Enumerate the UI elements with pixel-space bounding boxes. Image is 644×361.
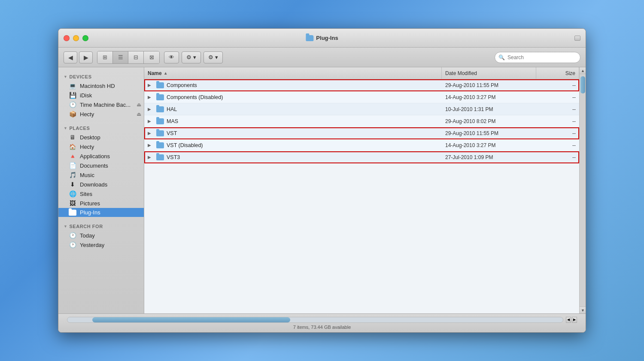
maximize-button[interactable] [82, 35, 88, 41]
expand-arrow-hal[interactable]: ▶ [148, 107, 154, 111]
expand-arrow-vst-disabled[interactable]: ▶ [148, 143, 154, 147]
expand-arrow-vst[interactable]: ▶ [148, 131, 154, 135]
date-column-header[interactable]: Date Modified [442, 67, 536, 79]
home-icon: 🏠 [69, 143, 76, 150]
places-chevron: ▼ [64, 126, 67, 130]
sidebar-item-pictures[interactable]: 🖼 Pictures [58, 199, 144, 208]
name-column-header[interactable]: Name ▲ [144, 67, 442, 79]
share-dropdown-arrow: ▾ [215, 54, 218, 60]
sidebar-item-yesterday[interactable]: 🕐 Yesterday [58, 240, 144, 250]
window-resize-button[interactable] [574, 36, 580, 41]
places-header: ▼ PLACES [58, 122, 144, 132]
music-icon: 🎵 [69, 171, 76, 178]
sidebar-item-sites[interactable]: 🌐 Sites [58, 189, 144, 199]
close-button[interactable] [64, 35, 70, 41]
scroll-up-button[interactable]: ▲ [580, 67, 586, 74]
minimize-button[interactable] [73, 35, 79, 41]
title-folder-icon [306, 35, 313, 41]
file-name-components-disabled: ▶ Components (Disabled) [144, 91, 442, 103]
size-column-header[interactable]: Size [536, 67, 579, 79]
bottom-bar: ◀ ▶ 7 items, 73.44 GB available [58, 313, 586, 332]
file-list-container: Name ▲ Date Modified Size ▶ [144, 67, 579, 313]
traffic-lights [64, 35, 88, 41]
scroll-down-button[interactable]: ▼ [580, 307, 586, 313]
scroll-area: ◀ ▶ [63, 317, 581, 323]
search-input[interactable] [507, 54, 577, 60]
file-date-vst-disabled: 14-Aug-2010 3:27 PM [442, 139, 536, 151]
devices-chevron: ▼ [64, 75, 67, 79]
file-row-mas[interactable]: ▶ MAS 29-Aug-2010 8:02 PM -- [144, 115, 579, 127]
expand-arrow-mas[interactable]: ▶ [148, 119, 154, 123]
sidebar-item-music[interactable]: 🎵 Music [58, 170, 144, 180]
time-machine-eject[interactable]: ⏏ [137, 102, 141, 108]
icon-view-button[interactable]: ⊞ [97, 51, 113, 63]
file-row-vst3[interactable]: ▶ VST3 27-Jul-2010 1:09 PM -- [144, 151, 579, 163]
folder-icon-components [156, 82, 164, 88]
expand-arrow-vst3[interactable]: ▶ [148, 155, 154, 159]
file-date-components: 29-Aug-2010 11:55 PM [442, 79, 536, 91]
search-for-header: ▼ SEARCH FOR [58, 220, 144, 231]
nav-buttons: ◀ ▶ [64, 51, 93, 63]
documents-icon: 📄 [69, 162, 76, 169]
toolbar: ◀ ▶ ⊞ ☰ ⊟ ⊠ 👁 ⚙ ▾ ⚙ ▾ 🔍 [58, 48, 586, 67]
sidebar-item-desktop[interactable]: 🖥 Desktop [58, 132, 144, 142]
time-machine-icon: 🕐 [69, 101, 76, 108]
file-row-components-disabled[interactable]: ▶ Components (Disabled) 14-Aug-2010 3:27… [144, 91, 579, 103]
share-icon: ⚙ [208, 54, 213, 60]
main-content: ▼ DEVICES 💻 Macintosh HD 💾 iDisk 🕐 Time … [58, 67, 586, 313]
file-size-vst: -- [536, 127, 579, 139]
sidebar-item-macintosh-hd[interactable]: 💻 Macintosh HD [58, 81, 144, 90]
sidebar: ▼ DEVICES 💻 Macintosh HD 💾 iDisk 🕐 Time … [58, 67, 144, 313]
file-size-components-disabled: -- [536, 91, 579, 103]
file-name-hal: ▶ HAL [144, 103, 442, 115]
file-row-vst[interactable]: ▶ VST 29-Aug-2010 11:55 PM -- [144, 127, 579, 139]
file-row-components[interactable]: ▶ Components 29-Aug-2010 11:55 PM -- [144, 79, 579, 91]
list-view-button[interactable]: ☰ [113, 51, 128, 63]
downloads-icon: ⬇ [69, 181, 76, 188]
forward-button[interactable]: ▶ [79, 51, 93, 63]
eye-button[interactable]: 👁 [164, 51, 179, 63]
sidebar-item-downloads[interactable]: ⬇ Downloads [58, 180, 144, 189]
apps-icon: 🔺 [69, 153, 76, 159]
file-row-hal[interactable]: ▶ HAL 10-Jul-2010 1:31 PM -- [144, 103, 579, 115]
action-buttons: 👁 ⚙ ▾ ⚙ ▾ [164, 51, 223, 63]
sites-icon: 🌐 [69, 190, 76, 197]
devices-header: ▼ DEVICES [58, 71, 144, 81]
sidebar-item-idisk[interactable]: 💾 iDisk [58, 90, 144, 100]
hecty-device-icon: 📦 [69, 111, 76, 117]
file-name-mas: ▶ MAS [144, 115, 442, 127]
sidebar-item-time-machine[interactable]: 🕐 Time Machine Bac... ⏏ [58, 100, 144, 109]
h-scroll-thumb[interactable] [92, 317, 291, 322]
sort-arrow: ▲ [164, 71, 168, 75]
file-size-vst3: -- [536, 151, 579, 163]
sidebar-item-applications[interactable]: 🔺 Applications [58, 151, 144, 161]
eye-icon: 👁 [169, 54, 174, 60]
sidebar-item-today[interactable]: 🕐 Today [58, 231, 144, 240]
folder-icon-mas [156, 118, 164, 124]
gear-icon: ⚙ [186, 54, 191, 60]
idisk-icon: 💾 [69, 92, 76, 99]
hd-icon: 💻 [69, 82, 76, 89]
window-title: Plug-Ins [316, 35, 338, 41]
sidebar-item-plugins[interactable]: Plug-Ins [58, 208, 144, 217]
horizontal-scrollbar[interactable] [67, 317, 563, 323]
gear-button[interactable]: ⚙ ▾ [182, 51, 201, 63]
column-view-button[interactable]: ⊟ [128, 51, 144, 63]
h-scroll-left[interactable]: ◀ [566, 317, 571, 323]
cover-flow-button[interactable]: ⊠ [144, 51, 159, 63]
vertical-scrollbar: ▲ ▼ [579, 67, 586, 313]
sidebar-item-hecty-place[interactable]: 🏠 Hecty [58, 142, 144, 151]
sidebar-item-documents[interactable]: 📄 Documents [58, 161, 144, 170]
search-box[interactable]: 🔍 [495, 52, 580, 63]
hecty-device-eject[interactable]: ⏏ [137, 111, 141, 117]
share-button[interactable]: ⚙ ▾ [204, 51, 223, 63]
folder-icon-hal [156, 106, 164, 112]
expand-arrow-components-disabled[interactable]: ▶ [148, 95, 154, 99]
sidebar-item-hecty-device[interactable]: 📦 Hecty ⏏ [58, 109, 144, 119]
scroll-thumb[interactable] [580, 76, 585, 93]
h-scroll-right[interactable]: ▶ [572, 317, 577, 323]
file-row-vst-disabled[interactable]: ▶ VST (Disabled) 14-Aug-2010 3:27 PM -- [144, 139, 579, 151]
expand-arrow-components[interactable]: ▶ [148, 83, 154, 87]
back-button[interactable]: ◀ [64, 51, 77, 63]
status-bar: 7 items, 73.44 GB available [293, 325, 351, 330]
